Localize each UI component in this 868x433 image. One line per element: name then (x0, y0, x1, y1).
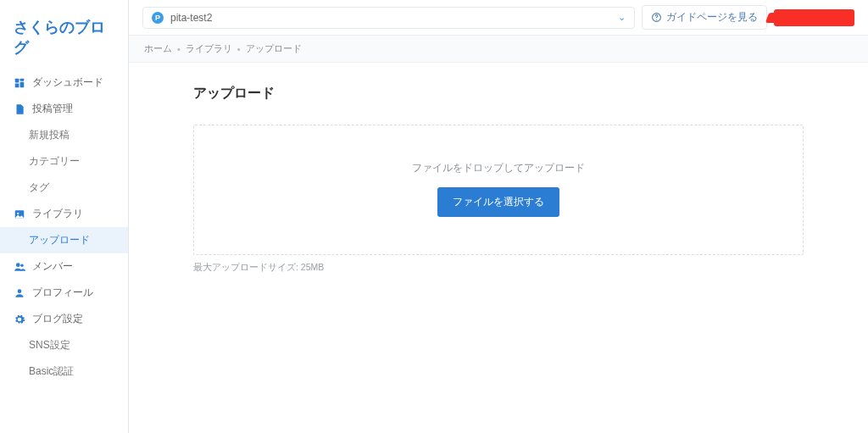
sidebar: さくらのブログ ダッシュボード 投稿管理 新規投稿 カテゴリー (0, 0, 129, 433)
blog-badge-icon: P (152, 12, 164, 24)
blog-selector-label: pita-test2 (170, 12, 611, 24)
svg-point-8 (18, 289, 22, 293)
svg-point-7 (20, 264, 24, 267)
svg-point-5 (17, 212, 19, 214)
sidebar-label: カテゴリー (29, 154, 80, 169)
sidebar-item-library[interactable]: ライブラリ (0, 201, 128, 227)
sidebar-item-members[interactable]: メンバー (0, 253, 128, 280)
sidebar-item-category[interactable]: カテゴリー (0, 148, 128, 175)
blog-selector[interactable]: P pita-test2 ⌄ (142, 7, 635, 29)
breadcrumb-item-library[interactable]: ライブラリ (186, 42, 232, 55)
gear-icon (14, 314, 25, 325)
sidebar-item-posts[interactable]: 投稿管理 (0, 96, 128, 122)
users-icon (14, 261, 25, 273)
sidebar-item-blog-settings[interactable]: ブログ設定 (0, 306, 128, 332)
guide-link[interactable]: ガイドページを見る (642, 5, 767, 30)
user-icon (14, 287, 25, 299)
breadcrumb-item-home[interactable]: ホーム (144, 42, 172, 55)
breadcrumb-item-upload: アップロード (246, 42, 302, 55)
sidebar-label: 投稿管理 (32, 102, 73, 116)
user-menu-redacted[interactable] (774, 9, 854, 26)
svg-rect-2 (20, 81, 25, 86)
max-size-hint: 最大アップロードサイズ: 25MB (193, 262, 804, 274)
breadcrumb: ホーム • ライブラリ • アップロード (129, 36, 868, 63)
sidebar-label: プロフィール (32, 286, 93, 300)
breadcrumb-separator: • (237, 44, 241, 54)
sidebar-item-tag[interactable]: タグ (0, 175, 128, 201)
guide-label: ガイドページを見る (666, 10, 758, 25)
content: アップロード ファイルをドロップしてアップロード ファイルを選択する 最大アップ… (129, 63, 868, 433)
svg-rect-3 (15, 83, 19, 87)
sidebar-label: メンバー (32, 259, 73, 274)
brand-logo[interactable]: さくらのブログ (0, 0, 128, 69)
sidebar-item-new-post[interactable]: 新規投稿 (0, 122, 128, 148)
sidebar-label: 新規投稿 (29, 128, 70, 142)
topbar: P pita-test2 ⌄ ガイドページを見る (129, 0, 868, 36)
page-title: アップロード (193, 85, 804, 103)
image-icon (14, 208, 25, 220)
sidebar-label: ブログ設定 (32, 312, 83, 326)
breadcrumb-separator: • (177, 44, 181, 54)
document-icon (14, 103, 25, 115)
upload-dropzone[interactable]: ファイルをドロップしてアップロード ファイルを選択する (193, 125, 804, 255)
sidebar-label: アップロード (29, 233, 90, 247)
sidebar-nav: ダッシュボード 投稿管理 新規投稿 カテゴリー タグ ライブ (0, 69, 128, 385)
sidebar-label: Basic認証 (29, 364, 74, 379)
sidebar-item-upload[interactable]: アップロード (0, 227, 128, 253)
dashboard-icon (14, 77, 25, 89)
main: P pita-test2 ⌄ ガイドページを見る ホーム • ライブラリ • ア… (129, 0, 868, 433)
dropzone-text: ファイルをドロップしてアップロード (412, 161, 585, 175)
sidebar-item-profile[interactable]: プロフィール (0, 280, 128, 306)
sidebar-label: SNS設定 (29, 338, 70, 353)
sidebar-item-dashboard[interactable]: ダッシュボード (0, 69, 128, 96)
sidebar-label: ライブラリ (32, 207, 83, 221)
sidebar-label: タグ (29, 180, 49, 195)
sidebar-item-sns[interactable]: SNS設定 (0, 332, 128, 358)
sidebar-item-basic-auth[interactable]: Basic認証 (0, 358, 128, 385)
chevron-down-icon: ⌄ (618, 12, 626, 23)
svg-rect-0 (15, 78, 19, 82)
sidebar-label: ダッシュボード (32, 75, 103, 90)
select-file-button[interactable]: ファイルを選択する (437, 187, 559, 217)
svg-point-6 (16, 263, 20, 267)
svg-point-10 (656, 19, 657, 20)
help-icon (651, 12, 662, 23)
svg-rect-1 (20, 78, 25, 80)
